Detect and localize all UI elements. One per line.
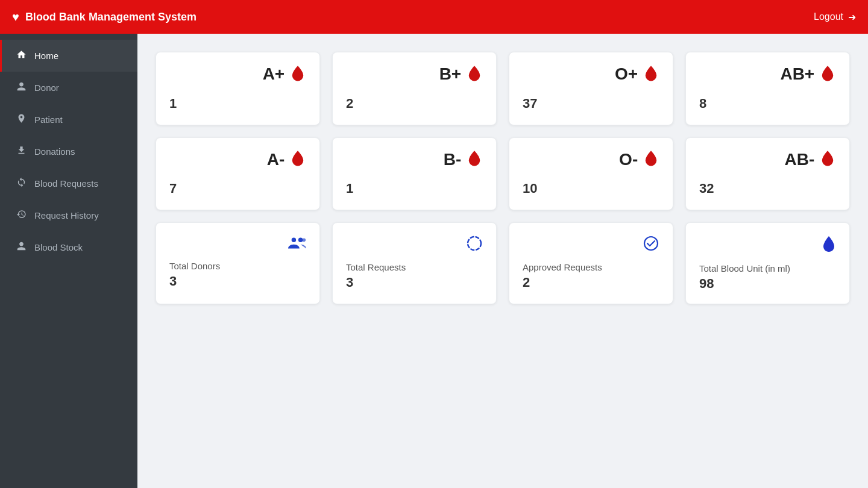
blood-type-card-opos: O+ 37 xyxy=(509,52,673,125)
summary-card-top xyxy=(523,235,659,256)
blood-type-label: A+ xyxy=(263,64,306,85)
sidebar: Home Donor Patient Donations Blood Reque… xyxy=(0,34,137,488)
card-top: B- xyxy=(346,150,483,170)
summary-card-top xyxy=(699,235,836,257)
blood-type-label: AB- xyxy=(784,150,836,170)
summary-label: Total Donors xyxy=(169,261,306,271)
summary-card-approved-requests: Approved Requests 2 xyxy=(509,222,673,304)
sidebar-label-blood-stock: Blood Stock xyxy=(34,242,83,252)
blood-requests-icon xyxy=(15,177,27,190)
blood-type-card-aneg: A- 7 xyxy=(156,137,320,211)
summary-card-top xyxy=(169,235,306,255)
card-top: B+ xyxy=(346,64,483,85)
blood-type-label: B+ xyxy=(439,64,483,85)
main-layout: Home Donor Patient Donations Blood Reque… xyxy=(0,34,868,488)
brand: ♥ Blood Bank Management System xyxy=(12,10,197,24)
card-top: O+ xyxy=(523,64,659,85)
card-top: AB+ xyxy=(699,64,836,85)
blood-type-card-abpos: AB+ 8 xyxy=(685,52,850,125)
summary-card-top xyxy=(346,235,483,256)
blood-type-value: 8 xyxy=(699,96,836,111)
sidebar-item-patient[interactable]: Patient xyxy=(0,104,137,136)
sidebar-label-patient: Patient xyxy=(34,114,63,125)
logout-button[interactable]: Logout ➜ xyxy=(814,11,856,23)
blood-type-value: 7 xyxy=(169,181,306,196)
sidebar-item-donor[interactable]: Donor xyxy=(0,72,137,104)
sidebar-label-blood-requests: Blood Requests xyxy=(34,178,98,189)
svg-point-0 xyxy=(292,238,297,243)
summary-card-total-requests: Total Requests 3 xyxy=(332,222,497,304)
blood-stock-icon xyxy=(15,241,27,254)
sidebar-label-donor: Donor xyxy=(34,83,59,93)
donations-icon xyxy=(15,145,27,158)
blood-type-card-oneg: O- 10 xyxy=(509,137,673,211)
logout-label: Logout xyxy=(814,11,843,22)
summary-label: Total Blood Unit (in ml) xyxy=(699,263,836,274)
donor-icon xyxy=(15,81,27,94)
users-icon xyxy=(288,235,306,255)
sidebar-item-blood-stock[interactable]: Blood Stock xyxy=(0,231,137,263)
blood-type-value: 1 xyxy=(346,181,483,196)
card-top: O- xyxy=(523,150,659,170)
blood-type-label: B- xyxy=(444,150,483,170)
home-icon xyxy=(15,49,27,62)
summary-value: 3 xyxy=(169,274,306,289)
sidebar-item-request-history[interactable]: Request History xyxy=(0,199,137,231)
blood-type-value: 32 xyxy=(699,181,836,196)
summary-label: Approved Requests xyxy=(523,262,659,272)
sidebar-item-blood-requests[interactable]: Blood Requests xyxy=(0,167,137,199)
svg-point-4 xyxy=(644,237,658,250)
patient-icon xyxy=(15,113,27,126)
summary-card-total-blood-unit: Total Blood Unit (in ml) 98 xyxy=(685,222,850,304)
sidebar-label-donations: Donations xyxy=(34,146,75,157)
blood-type-value: 10 xyxy=(523,181,659,196)
check-icon xyxy=(643,235,659,256)
blood-type-label: O- xyxy=(619,150,659,170)
request-history-icon xyxy=(15,209,27,222)
main-content: A+ 1 B+ 2 O+ 37 AB+ 8 A- xyxy=(137,34,868,488)
summary-value: 98 xyxy=(699,276,836,292)
summary-value: 3 xyxy=(346,275,483,290)
svg-point-1 xyxy=(298,238,303,243)
app-title: Blood Bank Management System xyxy=(25,11,197,23)
blood-type-value: 1 xyxy=(169,96,306,111)
blood-type-label: AB+ xyxy=(780,64,836,85)
blood-type-card-abneg: AB- 32 xyxy=(685,137,850,211)
card-top: A- xyxy=(169,150,306,170)
app-header: ♥ Blood Bank Management System Logout ➜ xyxy=(0,0,868,34)
blood-type-label: O+ xyxy=(615,64,659,85)
blood-type-label: A- xyxy=(267,150,306,170)
blood-type-card-bpos: B+ 2 xyxy=(332,52,497,125)
logout-icon: ➜ xyxy=(848,11,856,23)
blood-type-grid: A+ 1 B+ 2 O+ 37 AB+ 8 A- xyxy=(156,52,850,210)
blood-type-value: 2 xyxy=(346,96,483,111)
heart-icon: ♥ xyxy=(12,10,19,24)
blood-type-value: 37 xyxy=(523,96,659,111)
sidebar-item-home[interactable]: Home xyxy=(0,40,137,72)
spinner-icon xyxy=(466,235,483,256)
svg-point-3 xyxy=(468,237,481,250)
summary-value: 2 xyxy=(523,275,659,290)
sidebar-item-donations[interactable]: Donations xyxy=(0,136,137,167)
summary-label: Total Requests xyxy=(346,262,483,272)
blood-type-card-apos: A+ 1 xyxy=(156,52,320,125)
drop-blue-icon xyxy=(822,235,836,257)
summary-card-total-donors: Total Donors 3 xyxy=(156,222,320,304)
card-top: AB- xyxy=(699,150,836,170)
sidebar-label-request-history: Request History xyxy=(34,210,99,221)
card-top: A+ xyxy=(169,64,306,85)
summary-grid: Total Donors 3 Total Requests 3 Approved… xyxy=(156,222,850,304)
sidebar-label-home: Home xyxy=(34,51,58,61)
svg-point-2 xyxy=(302,239,306,242)
blood-type-card-bneg: B- 1 xyxy=(332,137,497,211)
